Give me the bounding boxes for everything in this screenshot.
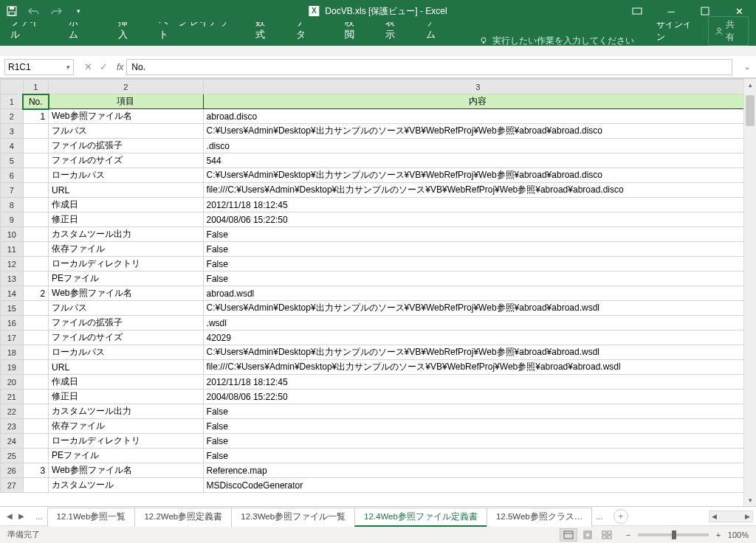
cell-no[interactable]: [23, 168, 49, 183]
row-header[interactable]: 27: [1, 478, 24, 493]
cell-item[interactable]: ファイルのサイズ: [49, 153, 203, 168]
row-header[interactable]: 1: [1, 94, 24, 109]
sheet-tab[interactable]: 12.2Web参照定義書: [134, 508, 232, 527]
sheet-tab[interactable]: 12.1Web参照一覧: [47, 508, 136, 527]
cell-value[interactable]: abroad.wsdl: [203, 286, 752, 301]
zoom-level[interactable]: 100%: [728, 530, 749, 539]
cell-no[interactable]: [23, 345, 49, 360]
cell-no[interactable]: [23, 272, 49, 286]
row-header[interactable]: 16: [1, 316, 24, 331]
cell-item[interactable]: ローカルディレクトリ: [49, 257, 203, 272]
tell-me-box[interactable]: [479, 35, 640, 46]
normal-view-icon[interactable]: [560, 528, 577, 542]
zoom-out-button[interactable]: −: [623, 530, 633, 539]
cell-value[interactable]: .wsdl: [203, 316, 752, 331]
cell-item[interactable]: カスタムツール出力: [49, 404, 203, 419]
row-header[interactable]: 5: [1, 153, 24, 168]
cell-item[interactable]: Web参照ファイル名: [49, 286, 203, 301]
cell-item[interactable]: フルパス: [49, 124, 203, 139]
cell-value[interactable]: 544: [203, 153, 752, 168]
cell-item[interactable]: 修正日: [49, 390, 203, 404]
cell-item[interactable]: URL: [49, 360, 203, 375]
scroll-up-icon[interactable]: ▴: [744, 79, 756, 91]
worksheet-grid[interactable]: 1 2 3 1No.項目内容21Web参照ファイル名abroad.disco3フ…: [0, 79, 753, 493]
select-all-corner[interactable]: [1, 80, 24, 94]
cell-no[interactable]: [23, 153, 49, 168]
sheet-tabs-left-ellipsis[interactable]: ...: [31, 512, 47, 521]
cell-value[interactable]: 2012/11/18 18:12:45: [203, 375, 752, 390]
col-header-3[interactable]: 3: [203, 80, 752, 94]
cell-value[interactable]: .disco: [203, 139, 752, 153]
cell-no[interactable]: [23, 316, 49, 331]
cell-value[interactable]: False: [203, 257, 752, 272]
row-header[interactable]: 22: [1, 404, 24, 419]
row-header[interactable]: 14: [1, 286, 24, 301]
new-sheet-button[interactable]: +: [614, 509, 628, 524]
share-button[interactable]: 共有: [708, 16, 749, 46]
cell-item[interactable]: ローカルパス: [49, 168, 203, 183]
zoom-slider[interactable]: [638, 533, 709, 536]
cell-item[interactable]: カスタムツール: [49, 478, 203, 493]
cell-item[interactable]: PEファイル: [49, 449, 203, 463]
cell-no[interactable]: [23, 478, 49, 493]
cell-value[interactable]: False: [203, 419, 752, 434]
hdr-no[interactable]: No.: [23, 94, 49, 109]
row-header[interactable]: 6: [1, 168, 24, 183]
formula-bar[interactable]: No.: [126, 59, 732, 75]
tab-nav-next-icon[interactable]: ▶: [16, 511, 27, 522]
cell-no[interactable]: [23, 212, 49, 227]
hdr-item[interactable]: 項目: [49, 94, 203, 109]
row-header[interactable]: 20: [1, 375, 24, 390]
cell-value[interactable]: MSDiscoCodeGenerator: [203, 478, 752, 493]
sheet-tab[interactable]: 12.5Web参照クラス…: [487, 508, 592, 527]
cell-item[interactable]: PEファイル: [49, 272, 203, 286]
cell-item[interactable]: 作成日: [49, 198, 203, 212]
cell-value[interactable]: C:¥Users¥Admin¥Desktop¥出力サンプルのソース¥VB¥Web…: [203, 301, 752, 316]
cell-value[interactable]: False: [203, 404, 752, 419]
fx-label[interactable]: fx: [114, 62, 126, 72]
cell-no[interactable]: [23, 360, 49, 375]
cell-item[interactable]: 依存ファイル: [49, 242, 203, 257]
cell-value[interactable]: Reference.map: [203, 463, 752, 478]
cell-no[interactable]: [23, 257, 49, 272]
name-box[interactable]: R1C1 ▾: [4, 59, 74, 75]
tab-nav-prev-icon[interactable]: ◀: [4, 511, 15, 522]
cell-no[interactable]: [23, 419, 49, 434]
row-header[interactable]: 19: [1, 360, 24, 375]
cell-no[interactable]: [23, 301, 49, 316]
cell-value[interactable]: False: [203, 434, 752, 449]
cell-item[interactable]: 依存ファイル: [49, 419, 203, 434]
row-header[interactable]: 17: [1, 331, 24, 345]
cell-value[interactable]: C:¥Users¥Admin¥Desktop¥出力サンプルのソース¥VB¥Web…: [203, 124, 752, 139]
scroll-down-icon[interactable]: ▾: [744, 494, 756, 506]
row-header[interactable]: 10: [1, 227, 24, 242]
cell-no[interactable]: 3: [23, 463, 49, 478]
row-header[interactable]: 25: [1, 449, 24, 463]
cell-value[interactable]: C:¥Users¥Admin¥Desktop¥出力サンプルのソース¥VB¥Web…: [203, 345, 752, 360]
cell-no[interactable]: [23, 227, 49, 242]
cell-no[interactable]: [23, 124, 49, 139]
cell-value[interactable]: abroad.disco: [203, 109, 752, 124]
zoom-slider-knob[interactable]: [672, 530, 676, 539]
col-header-1[interactable]: 1: [23, 80, 49, 94]
vertical-scrollbar[interactable]: ▴ ▾: [743, 79, 756, 506]
cell-item[interactable]: ローカルディレクトリ: [49, 434, 203, 449]
grid-viewport[interactable]: 1 2 3 1No.項目内容21Web参照ファイル名abroad.disco3フ…: [0, 79, 756, 506]
row-header[interactable]: 9: [1, 212, 24, 227]
cell-value[interactable]: 2012/11/18 18:12:45: [203, 198, 752, 212]
cell-value[interactable]: 42029: [203, 331, 752, 345]
row-header[interactable]: 18: [1, 345, 24, 360]
cell-value[interactable]: False: [203, 242, 752, 257]
cell-no[interactable]: [23, 183, 49, 198]
row-header[interactable]: 26: [1, 463, 24, 478]
undo-icon[interactable]: [28, 5, 40, 17]
zoom-in-button[interactable]: +: [713, 530, 724, 539]
cell-item[interactable]: フルパス: [49, 301, 203, 316]
col-header-2[interactable]: 2: [49, 80, 203, 94]
cancel-icon[interactable]: ✕: [84, 61, 92, 72]
row-header[interactable]: 12: [1, 257, 24, 272]
qat-dropdown-icon[interactable]: ▾: [72, 5, 84, 17]
cell-no[interactable]: [23, 434, 49, 449]
horizontal-scrollbar[interactable]: ◀▶: [709, 511, 753, 522]
cell-value[interactable]: file:///C:¥Users¥Admin¥Desktop¥出力サンプルのソー…: [203, 360, 752, 375]
